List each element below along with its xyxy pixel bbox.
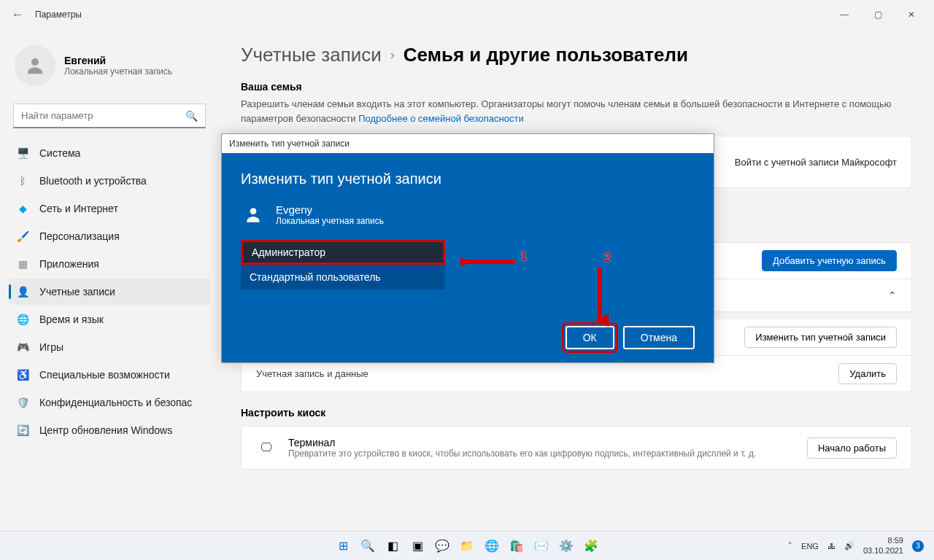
annotation-number-1: 1 bbox=[520, 250, 527, 263]
chat-icon[interactable]: 💬 bbox=[432, 536, 452, 556]
change-account-type-button[interactable]: Изменить тип учетной записи bbox=[744, 327, 897, 348]
chevron-right-icon: › bbox=[390, 47, 395, 63]
sidebar-item-2[interactable]: ◆Сеть и Интернет bbox=[9, 195, 210, 222]
nav-icon: ᛒ bbox=[16, 174, 29, 187]
sidebar-item-7[interactable]: 🎮Игры bbox=[9, 334, 210, 360]
sidebar-item-1[interactable]: ᛒBluetooth и устройства bbox=[9, 168, 210, 194]
cancel-button[interactable]: Отмена bbox=[623, 326, 695, 349]
nav-icon: ♿ bbox=[16, 368, 29, 381]
back-button[interactable]: ← bbox=[6, 3, 29, 26]
avatar-icon bbox=[15, 45, 55, 86]
tray-chevron-icon[interactable]: ˄ bbox=[788, 541, 792, 551]
close-button[interactable]: ✕ bbox=[895, 3, 928, 26]
breadcrumb-parent[interactable]: Учетные записи bbox=[241, 44, 382, 66]
app-icon[interactable]: 🧩 bbox=[581, 536, 601, 556]
maximize-button[interactable]: ▢ bbox=[861, 3, 895, 26]
dialog-user-type: Локальная учетная запись bbox=[276, 216, 384, 226]
widgets-icon[interactable]: ▣ bbox=[407, 536, 428, 556]
sidebar-item-9[interactable]: 🛡️Конфиденциальность и безопас bbox=[9, 389, 210, 416]
volume-icon[interactable]: 🔊 bbox=[844, 541, 854, 551]
kiosk-icon: 🖵 bbox=[256, 441, 277, 454]
change-account-type-dialog: Изменить тип учетной записи Изменить тип… bbox=[221, 133, 714, 363]
nav-icon: ◆ bbox=[16, 202, 29, 215]
option-standard-user[interactable]: Стандартный пользователь bbox=[241, 265, 445, 289]
user-type: Локальная учетная запись bbox=[64, 66, 172, 77]
sidebar-item-6[interactable]: 🌐Время и язык bbox=[9, 306, 210, 332]
minimize-button[interactable]: ― bbox=[827, 3, 861, 26]
task-view-icon[interactable]: ◧ bbox=[382, 536, 403, 556]
explorer-icon[interactable]: 📁 bbox=[457, 536, 477, 556]
add-account-button[interactable]: Добавить учетную запись bbox=[762, 250, 897, 271]
search-icon: 🔍 bbox=[185, 110, 198, 122]
nav-label: Учетные записи bbox=[39, 286, 115, 298]
dialog-user-name: Evgeny bbox=[276, 203, 384, 216]
network-icon[interactable]: 🖧 bbox=[827, 542, 835, 551]
family-signin-label: Войти с учетной записи Майкрософт bbox=[735, 157, 897, 168]
window-title: Параметры bbox=[35, 9, 82, 20]
nav-icon: 🛡️ bbox=[16, 396, 29, 409]
clock[interactable]: 8:59 03.10.2021 bbox=[863, 536, 903, 555]
nav-icon: 🌐 bbox=[16, 313, 29, 326]
search-taskbar-icon[interactable]: 🔍 bbox=[358, 536, 378, 556]
nav-icon: 🎮 bbox=[16, 341, 29, 354]
account-data-label: Учетная запись и данные bbox=[256, 368, 368, 379]
dialog-user-info: Evgeny Локальная учетная запись bbox=[241, 202, 695, 227]
option-administrator[interactable]: Администратор bbox=[241, 240, 445, 265]
search-input[interactable] bbox=[21, 110, 185, 121]
breadcrumb: Учетные записи › Семья и другие пользова… bbox=[241, 44, 912, 66]
kiosk-start-button[interactable]: Начало работы bbox=[807, 438, 897, 459]
nav-label: Персонализация bbox=[39, 230, 120, 242]
sidebar: Евгений Локальная учетная запись 🔍 🖥️Сис… bbox=[0, 29, 219, 531]
nav-label: Центр обновления Windows bbox=[39, 424, 172, 436]
account-type-dropdown[interactable]: Администратор Стандартный пользователь bbox=[241, 240, 445, 289]
family-section-desc: Разрешить членам семьи входить на этот к… bbox=[241, 97, 912, 125]
current-user-block[interactable]: Евгений Локальная учетная запись bbox=[9, 36, 210, 101]
svg-point-1 bbox=[250, 208, 257, 214]
taskbar: ⊞ 🔍 ◧ ▣ 💬 📁 🌐 🛍️ ✉️ ⚙️ 🧩 ˄ ENG 🖧 🔊 8:59 … bbox=[0, 531, 934, 560]
sidebar-item-0[interactable]: 🖥️Система bbox=[9, 140, 210, 166]
sidebar-item-4[interactable]: ▦Приложения bbox=[9, 251, 210, 277]
language-indicator[interactable]: ENG bbox=[801, 542, 819, 551]
dialog-heading: Изменить тип учетной записи bbox=[241, 171, 695, 187]
search-box[interactable]: 🔍 bbox=[13, 104, 206, 128]
edge-icon[interactable]: 🌐 bbox=[482, 536, 502, 556]
chevron-up-icon: ⌃ bbox=[888, 289, 897, 301]
start-button[interactable]: ⊞ bbox=[333, 536, 353, 556]
remove-account-button[interactable]: Удалить bbox=[838, 363, 897, 384]
settings-taskbar-icon[interactable]: ⚙️ bbox=[556, 536, 576, 556]
kiosk-card: 🖵 Терминал Превратите это устройство в к… bbox=[241, 426, 912, 470]
annotation-number-2: 2 bbox=[604, 252, 611, 265]
sidebar-item-10[interactable]: 🔄Центр обновления Windows bbox=[9, 417, 210, 443]
breadcrumb-current: Семья и другие пользователи bbox=[404, 44, 688, 66]
annotation-arrow-2 bbox=[591, 262, 609, 327]
nav-label: Конфиденциальность и безопас bbox=[39, 397, 192, 408]
store-icon[interactable]: 🛍️ bbox=[506, 536, 527, 556]
family-learn-more-link[interactable]: Подробнее о семейной безопасности bbox=[358, 113, 524, 124]
nav-label: Приложения bbox=[39, 258, 99, 270]
user-name: Евгений bbox=[64, 55, 172, 66]
nav-icon: 🖥️ bbox=[16, 147, 29, 160]
ok-button[interactable]: ОК bbox=[566, 326, 614, 349]
nav-label: Специальные возможности bbox=[39, 369, 170, 381]
sidebar-item-3[interactable]: 🖌️Персонализация bbox=[9, 223, 210, 249]
sidebar-item-8[interactable]: ♿Специальные возможности bbox=[9, 362, 210, 388]
nav-icon: 🖌️ bbox=[16, 230, 29, 243]
sidebar-item-5[interactable]: 👤Учетные записи bbox=[9, 279, 210, 305]
nav-label: Игры bbox=[39, 341, 63, 353]
nav-label: Система bbox=[39, 147, 80, 159]
nav-label: Время и язык bbox=[39, 314, 104, 325]
kiosk-section-title: Настроить киоск bbox=[241, 407, 912, 419]
annotation-arrow-1 bbox=[460, 253, 519, 271]
kiosk-card-title: Терминал bbox=[288, 437, 807, 448]
mail-icon[interactable]: ✉️ bbox=[531, 536, 552, 556]
dialog-titlebar: Изменить тип учетной записи bbox=[222, 134, 714, 153]
nav-label: Сеть и Интернет bbox=[39, 203, 118, 214]
nav-icon: 🔄 bbox=[16, 424, 29, 437]
kiosk-card-desc: Превратите это устройство в киоск, чтобы… bbox=[288, 448, 807, 459]
user-icon bbox=[241, 202, 266, 227]
svg-point-0 bbox=[31, 58, 39, 66]
nav-icon: ▦ bbox=[16, 257, 29, 271]
notification-badge[interactable]: 3 bbox=[912, 540, 924, 552]
nav-label: Bluetooth и устройства bbox=[39, 175, 147, 187]
nav-icon: 👤 bbox=[16, 285, 29, 298]
